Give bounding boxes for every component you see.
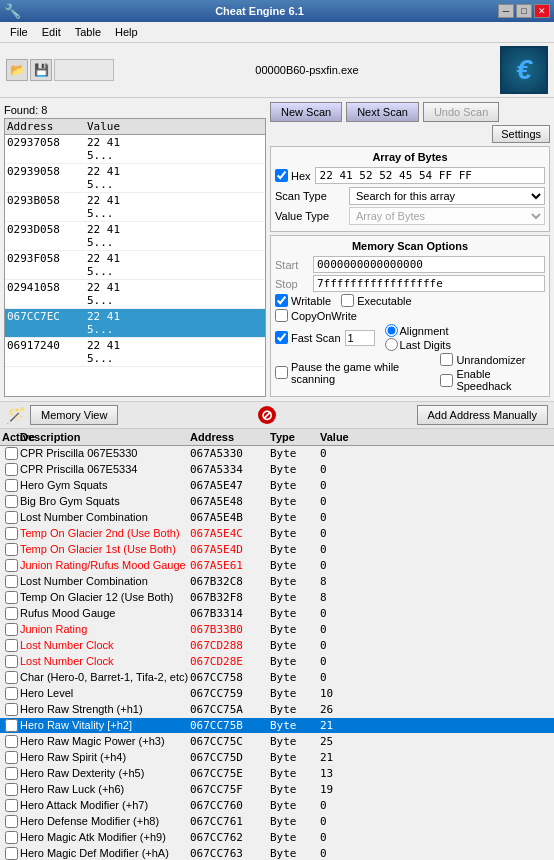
executable-label[interactable]: Executable — [341, 294, 411, 307]
lower-table-row[interactable]: Hero Level 067CC759 Byte 10 — [0, 686, 554, 702]
fast-scan-input[interactable] — [345, 330, 375, 346]
scan-type-select[interactable]: Search for this array — [349, 187, 545, 205]
lower-table-row[interactable]: Lost Number Combination 067A5E4B Byte 0 — [0, 510, 554, 526]
settings-icon-small[interactable] — [54, 59, 114, 81]
open-file-icon[interactable]: 📂 — [6, 59, 28, 81]
address-row[interactable]: 0293F058 22 41 5... — [5, 251, 265, 280]
speedhack-label[interactable]: Enable Speedhack — [440, 368, 545, 392]
lower-table-row[interactable]: Hero Magic Atk Modifier (+h9) 067CC762 B… — [0, 830, 554, 846]
active-cell[interactable] — [2, 447, 20, 460]
alignment-radio-label[interactable]: Alignment — [385, 324, 451, 337]
lower-table-row[interactable]: Char (Hero-0, Barret-1, Tifa-2, etc) 067… — [0, 670, 554, 686]
fast-scan-checkbox[interactable] — [275, 331, 288, 344]
lower-table-row[interactable]: Hero Raw Dexterity (+h5) 067CC75E Byte 1… — [0, 766, 554, 782]
active-cell[interactable] — [2, 815, 20, 828]
stop-input[interactable] — [313, 275, 545, 292]
lower-table-row[interactable]: Hero Raw Vitality [+h2] 067CC75B Byte 21 — [0, 718, 554, 734]
next-scan-button[interactable]: Next Scan — [346, 102, 419, 122]
fast-scan-label[interactable]: Fast Scan — [275, 331, 341, 344]
active-cell[interactable] — [2, 607, 20, 620]
address-row[interactable]: 06917240 22 41 5... — [5, 338, 265, 367]
active-cell[interactable] — [2, 543, 20, 556]
close-button[interactable]: ✕ — [534, 4, 550, 18]
active-cell[interactable] — [2, 703, 20, 716]
start-input[interactable] — [313, 256, 545, 273]
wand-icon[interactable]: 🪄 — [6, 406, 26, 425]
unrandomizer-checkbox[interactable] — [440, 353, 453, 366]
lower-table-row[interactable]: Junion Rating 067B33B0 Byte 0 — [0, 622, 554, 638]
active-cell[interactable] — [2, 687, 20, 700]
address-row[interactable]: 02939058 22 41 5... — [5, 164, 265, 193]
save-icon[interactable]: 💾 — [30, 59, 52, 81]
lower-table-row[interactable]: Hero Raw Strength (+h1) 067CC75A Byte 26 — [0, 702, 554, 718]
menu-help[interactable]: Help — [109, 24, 144, 40]
lower-table-row[interactable]: Rufus Mood Gauge 067B3314 Byte 0 — [0, 606, 554, 622]
address-row[interactable]: 067CC7EC 22 41 5... — [5, 309, 265, 338]
copy-on-write-label[interactable]: CopyOnWrite — [275, 309, 357, 322]
copy-on-write-checkbox[interactable] — [275, 309, 288, 322]
active-cell[interactable] — [2, 527, 20, 540]
new-scan-button[interactable]: New Scan — [270, 102, 342, 122]
active-cell[interactable] — [2, 671, 20, 684]
writable-label[interactable]: Writable — [275, 294, 331, 307]
active-cell[interactable] — [2, 463, 20, 476]
lower-table-row[interactable]: Hero Attack Modifier (+h7) 067CC760 Byte… — [0, 798, 554, 814]
unrandomizer-label[interactable]: Unrandomizer — [440, 353, 545, 366]
address-row[interactable]: 02937058 22 41 5... — [5, 135, 265, 164]
lower-table-row[interactable]: Junion Rating/Rufus Mood Gauge 067A5E61 … — [0, 558, 554, 574]
lower-table-row[interactable]: Hero Gym Squats 067A5E47 Byte 0 — [0, 478, 554, 494]
active-cell[interactable] — [2, 479, 20, 492]
alignment-radio[interactable] — [385, 324, 398, 337]
last-digits-radio[interactable] — [385, 338, 398, 351]
active-cell[interactable] — [2, 847, 20, 860]
lower-table-row[interactable]: Hero Raw Spirit (+h4) 067CC75D Byte 21 — [0, 750, 554, 766]
lower-table-row[interactable]: Big Bro Gym Squats 067A5E48 Byte 0 — [0, 494, 554, 510]
maximize-button[interactable]: □ — [516, 4, 532, 18]
active-cell[interactable] — [2, 783, 20, 796]
active-cell[interactable] — [2, 623, 20, 636]
add-address-button[interactable]: Add Address Manually — [417, 405, 548, 425]
active-cell[interactable] — [2, 559, 20, 572]
lower-table-row[interactable]: Lost Number Clock 067CD288 Byte 0 — [0, 638, 554, 654]
memory-view-button[interactable]: Memory View — [30, 405, 118, 425]
hex-checkbox[interactable] — [275, 169, 288, 182]
active-cell[interactable] — [2, 735, 20, 748]
lower-table-row[interactable]: Temp On Glacier 12 (Use Both) 067B32F8 B… — [0, 590, 554, 606]
active-cell[interactable] — [2, 719, 20, 732]
lower-table-row[interactable]: Hero Magic Def Modifier (+hA) 067CC763 B… — [0, 846, 554, 860]
pause-label[interactable]: Pause the game while scanning — [275, 361, 440, 385]
active-cell[interactable] — [2, 575, 20, 588]
active-cell[interactable] — [2, 767, 20, 780]
settings-button[interactable]: Settings — [492, 125, 550, 143]
active-cell[interactable] — [2, 591, 20, 604]
writable-checkbox[interactable] — [275, 294, 288, 307]
address-row[interactable]: 0293B058 22 41 5... — [5, 193, 265, 222]
executable-checkbox[interactable] — [341, 294, 354, 307]
lower-table-row[interactable]: Temp On Glacier 1st (Use Both) 067A5E4D … — [0, 542, 554, 558]
active-cell[interactable] — [2, 655, 20, 668]
menu-table[interactable]: Table — [69, 24, 107, 40]
last-digits-radio-label[interactable]: Last Digits — [385, 338, 451, 351]
lower-table-row[interactable]: Hero Raw Luck (+h6) 067CC75F Byte 19 — [0, 782, 554, 798]
stop-icon[interactable]: ⊘ — [258, 406, 276, 424]
menu-file[interactable]: File — [4, 24, 34, 40]
lower-table-row[interactable]: Hero Raw Magic Power (+h3) 067CC75C Byte… — [0, 734, 554, 750]
address-row[interactable]: 0293D058 22 41 5... — [5, 222, 265, 251]
active-cell[interactable] — [2, 799, 20, 812]
lower-table-row[interactable]: CPR Priscilla 067E5334 067A5334 Byte 0 — [0, 462, 554, 478]
active-cell[interactable] — [2, 831, 20, 844]
lower-table-row[interactable]: CPR Priscilla 067E5330 067A5330 Byte 0 — [0, 446, 554, 462]
pause-checkbox[interactable] — [275, 366, 288, 379]
lower-table-row[interactable]: Lost Number Clock 067CD28E Byte 0 — [0, 654, 554, 670]
active-cell[interactable] — [2, 639, 20, 652]
value-type-select[interactable]: Array of Bytes — [349, 207, 545, 225]
hex-value-input[interactable] — [315, 167, 545, 184]
active-cell[interactable] — [2, 751, 20, 764]
speedhack-checkbox[interactable] — [440, 374, 453, 387]
lower-table-row[interactable]: Hero Defense Modifier (+h8) 067CC761 Byt… — [0, 814, 554, 830]
lower-table-row[interactable]: Lost Number Combination 067B32C8 Byte 8 — [0, 574, 554, 590]
address-row[interactable]: 02941058 22 41 5... — [5, 280, 265, 309]
undo-scan-button[interactable]: Undo Scan — [423, 102, 499, 122]
active-cell[interactable] — [2, 511, 20, 524]
minimize-button[interactable]: ─ — [498, 4, 514, 18]
